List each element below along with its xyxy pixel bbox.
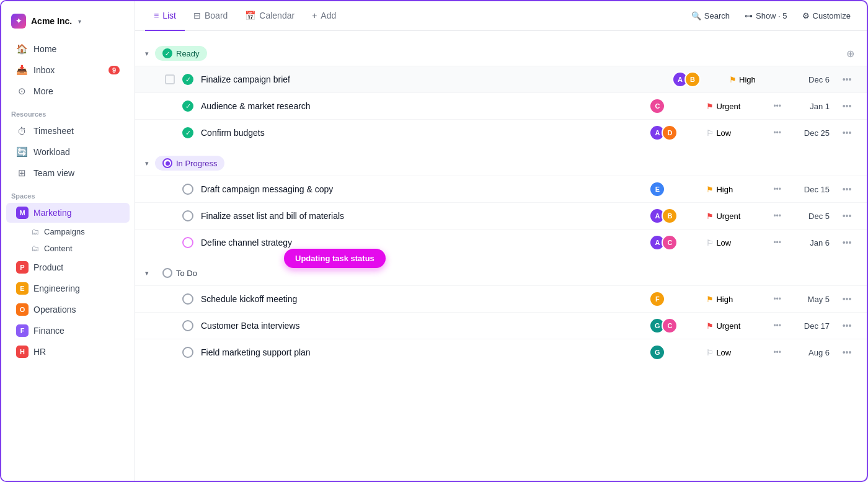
main-content: ≡ List ⊟ Board 📅 Calendar + Add 🔍 Search… [135,1,867,481]
product-space-icon: P [16,261,29,274]
table-row: ✓ Audience & market research C ⚑ Urgent … [135,92,867,119]
task-more-button[interactable]: ••• [837,210,857,222]
sidebar-item-product[interactable]: P Product [6,257,130,277]
board-icon: ⊟ [193,11,201,20]
sidebar-item-workload[interactable]: 🔄 Workload [6,142,130,162]
search-button[interactable]: 🔍 Search [685,8,736,24]
customize-icon: ⚙ [802,11,810,20]
task-more-button[interactable]: ••• [837,236,857,249]
sidebar-item-engineering[interactable]: E Engineering [6,279,130,298]
task-priority: ⚑ Urgent [706,212,762,221]
sidebar-item-label: Workload [33,147,70,157]
show-button[interactable]: ⊶ Show · 5 [738,8,794,24]
task-more-button[interactable]: ••• [837,127,857,139]
table-row: ✓ Confirm budgets A D ⚐ Low ••• Dec 25 •… [135,119,867,146]
app-logo[interactable]: ✦ Acme Inc. ▾ [1,9,135,38]
sidebar-item-finance[interactable]: F Finance [6,321,130,341]
todo-status-icon [162,268,172,278]
sidebar-item-marketing[interactable]: M Marketing [6,203,130,223]
operations-space-icon: O [16,303,29,316]
task-status-todo-icon [182,293,193,305]
priority-flag-icon: ⚐ [706,128,714,138]
workload-icon: 🔄 [16,146,27,158]
sidebar: ✦ Acme Inc. ▾ 🏠 Home 📥 Inbox 9 ⊙ More Re… [1,1,135,481]
tab-calendar[interactable]: 📅 Calendar [236,1,303,31]
task-status-todo-icon [182,320,193,331]
customize-button[interactable]: ⚙ Customize [796,8,857,24]
priority-flag-icon: ⚑ [706,321,714,331]
tab-list[interactable]: ≡ List [145,1,185,31]
list-icon: ≡ [154,11,159,20]
task-status-ready-icon: ✓ [182,100,193,112]
priority-label: Low [716,238,731,248]
sidebar-item-label: Timesheet [33,126,74,136]
task-more-button[interactable]: ••• [837,183,857,195]
task-more-button[interactable]: ••• [837,319,857,332]
inbox-icon: 📥 [16,65,27,76]
task-avatars: A B [649,208,699,224]
task-status-ready-icon: ✓ [182,127,193,138]
marketing-space-icon: M [16,207,29,219]
task-date: Dec 6 [792,75,830,84]
tab-add[interactable]: + Add [303,1,345,31]
group-badge-todo: To Do [155,266,205,280]
sidebar-sub-content[interactable]: 🗂 Content [6,241,130,256]
table-row: Field marketing support plan G ⚐ Low •••… [135,339,867,365]
group-add-button[interactable]: ⊕ [843,47,857,60]
task-extra-dots: ••• [769,127,785,138]
sidebar-item-timesheet[interactable]: ⏱ Timesheet [6,121,130,141]
sidebar-item-label: Engineering [33,283,80,293]
show-icon: ⊶ [745,11,753,20]
task-priority: ⚑ High [706,295,762,304]
task-date: Jan 1 [792,102,830,111]
chevron-down-icon: ▾ [145,50,149,58]
sidebar-item-label: More [33,86,53,96]
sidebar-item-label: Operations [33,305,76,315]
task-avatars: A B [672,71,722,87]
sidebar-sub-campaigns[interactable]: 🗂 Campaigns [6,224,130,239]
task-status-inprogress-icon[interactable] [182,237,193,248]
task-avatars: A C [649,234,699,251]
tab-board[interactable]: ⊟ Board [185,1,236,31]
add-icon: + [312,11,317,20]
group-header-ready[interactable]: ▾ ✓ Ready ⊕ [135,41,867,66]
task-more-button[interactable]: ••• [837,100,857,112]
group-header-todo[interactable]: ▾ To Do [135,261,867,285]
priority-label: High [716,295,733,304]
sidebar-item-teamview[interactable]: ⊞ Team view [6,163,130,183]
sidebar-item-inbox[interactable]: 📥 Inbox 9 [6,60,130,80]
task-date: Aug 6 [792,348,830,357]
group-label: In Progress [176,159,217,168]
home-icon: 🏠 [16,43,27,55]
group-header-inprogress[interactable]: ▾ In Progress [135,151,867,176]
folder-icon: 🗂 [31,227,39,236]
task-more-button[interactable]: ••• [837,346,857,359]
task-more-button[interactable]: ••• [837,293,857,305]
task-date: Jan 6 [792,238,830,248]
sidebar-item-more[interactable]: ⊙ More [6,81,130,101]
task-status-inprogress-icon [182,184,193,195]
priority-label: High [739,75,756,84]
sidebar-item-operations[interactable]: O Operations [6,300,130,319]
tab-label: List [162,11,176,20]
priority-label: Low [716,348,731,357]
task-avatars: E [649,181,699,197]
task-checkbox[interactable] [165,74,175,84]
show-label: Show · 5 [756,11,787,20]
task-avatars: G [649,344,699,360]
task-priority: ⚑ High [706,185,762,194]
task-date: Dec 15 [792,185,830,194]
task-more-button[interactable]: ••• [837,73,857,86]
table-row: ✓ Finalize campaign brief A B ⚑ High Dec… [135,66,867,92]
task-extra-dots: ••• [769,184,785,195]
sidebar-item-hr[interactable]: H HR [6,342,130,362]
task-priority: ⚑ Urgent [706,102,762,111]
priority-label: Urgent [716,321,740,331]
priority-flag-icon: ⚑ [706,295,714,304]
sidebar-item-home[interactable]: 🏠 Home [6,39,130,59]
tooltip-updating-status: Updating task status [284,249,386,268]
search-icon: 🔍 [691,11,701,20]
task-priority: ⚐ Low [706,128,762,138]
task-name: Draft campaign messaging & copy [201,184,642,194]
task-avatars: A D [649,125,699,141]
